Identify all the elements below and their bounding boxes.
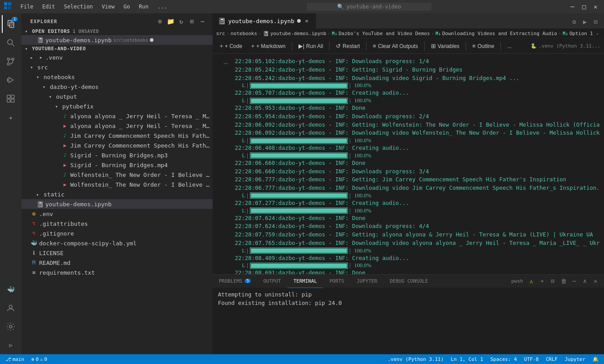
file-wolf-mp3[interactable]: ♪ Wolfenstein_ The New Order - I Believe… — [21, 170, 213, 180]
crumb-section1[interactable]: Dazbo's YouTube and Video Demos — [338, 31, 430, 36]
activity-settings[interactable] — [2, 318, 20, 336]
activity-remote[interactable]: ⊳ — [2, 336, 20, 354]
new-file-icon[interactable]: ⊕ — [156, 17, 165, 26]
status-kernel[interactable]: .venv (Python 3.11) — [386, 356, 446, 362]
file-alyona-mp4[interactable]: ▶ alyona alyona _ Jerry Heil - Teresa _ … — [21, 121, 213, 131]
tab-terminal[interactable]: TERMINAL — [287, 275, 323, 288]
file-requirements[interactable]: ≡ requirements.txt — [21, 268, 213, 277]
file-jim-mp3[interactable]: ♪ Jim Carrey Commencement Speech His Fat… — [21, 131, 213, 140]
menu-selection[interactable]: Selection — [60, 3, 97, 11]
file-alyona-mp3[interactable]: ♪ alyona alyona _ Jerry Heil - Teresa _ … — [21, 111, 213, 121]
new-folder-icon[interactable]: 📁 — [166, 17, 175, 26]
menu-file[interactable]: File — [17, 3, 37, 11]
menu-run[interactable]: Run — [135, 3, 152, 11]
sidebar-more-icon[interactable]: ⋯ — [198, 17, 207, 26]
restart-button[interactable]: ↺ Restart — [332, 41, 363, 51]
open-editor-notebook[interactable]: 📓 youtube-demos.ipynb src\notebooks — [21, 35, 213, 45]
folder-src[interactable]: src — [21, 62, 213, 72]
folder-static[interactable]: static — [21, 189, 213, 199]
folder-output[interactable]: output — [21, 92, 213, 101]
split-editor-icon[interactable]: ⊟ — [591, 17, 600, 27]
notebook-settings-icon[interactable]: ⚙ — [569, 17, 579, 27]
file-gitignore[interactable]: ⌥ .gitignore — [21, 228, 213, 238]
crumb-section2[interactable]: Downloading Videos and Extracting Audio — [442, 31, 557, 36]
crumb-notebooks[interactable]: notebooks — [231, 31, 258, 36]
file-license[interactable]: ℹ LICENSE — [21, 248, 213, 258]
folder-pytubefix[interactable]: pytubefix — [21, 101, 213, 111]
add-markdown-button[interactable]: + + Markdown — [248, 41, 289, 51]
project-section[interactable]: YOUTUBE-AND-VIDEO — [21, 45, 213, 52]
add-terminal-icon[interactable]: + — [537, 276, 547, 286]
run-all-button[interactable]: ▶| Run All — [295, 41, 326, 51]
svg-point-11 — [8, 58, 10, 60]
file-gitattributes[interactable]: ⌥ .gitattributes — [21, 219, 213, 228]
crumb-section3[interactable]: Option 1 - — [569, 31, 599, 36]
file-env[interactable]: ⚙ .env — [21, 209, 213, 219]
activity-search[interactable] — [2, 34, 20, 52]
minimize-button[interactable]: ─ — [568, 2, 577, 12]
variables-button[interactable]: ⊞ Variables — [427, 41, 463, 51]
file-docker-compose[interactable]: 🐳 docker-compose-scipy-lab.yml — [21, 238, 213, 248]
activity-extensions[interactable] — [2, 90, 20, 108]
collapse-icon[interactable]: ⊞ — [188, 17, 197, 26]
activity-ai[interactable]: ✦ — [2, 108, 20, 126]
svg-point-12 — [8, 63, 10, 65]
split-terminal-icon[interactable]: ⊟ — [548, 276, 558, 286]
activity-account[interactable] — [2, 299, 20, 317]
file-sigrid-mp3[interactable]: ♪ Sigrid - Burning Bridges.mp3 — [21, 150, 213, 160]
menu-go[interactable]: Go — [120, 3, 133, 11]
panel-more-icon[interactable]: ⋯ — [569, 276, 579, 286]
file-sigrid-mp4[interactable]: ▶ Sigrid - Burning Bridges.mp4 — [21, 160, 213, 170]
maximize-panel-icon[interactable]: ∧ — [580, 276, 590, 286]
toolbar-more-button[interactable]: ... — [503, 42, 515, 51]
folder-notebooks[interactable]: notebooks — [21, 72, 213, 82]
status-encoding[interactable]: UTF-8 — [522, 356, 540, 362]
cell-dots[interactable]: ⋯ — [223, 59, 228, 68]
add-code-button[interactable]: + + Code — [216, 41, 246, 51]
status-spaces[interactable]: Spaces: 4 — [488, 356, 519, 362]
menu-edit[interactable]: Edit — [39, 3, 59, 11]
folder-dazbo[interactable]: dazbo-yt-demos — [21, 82, 213, 92]
tab-notebook[interactable]: 📓 youtube-demos.ipynb ✕ — [213, 13, 316, 28]
close-button[interactable]: ✕ — [591, 2, 600, 12]
status-eol[interactable]: CRLF — [544, 356, 560, 362]
activity-explorer[interactable]: 1 — [2, 15, 20, 33]
clear-outputs-button[interactable]: ≡ Clear All Outputs — [369, 41, 422, 51]
status-language[interactable]: Jupyter — [563, 356, 587, 362]
kill-terminal-icon[interactable]: 🗑 — [559, 276, 568, 286]
file-wolf-mp4[interactable]: ▶ Wolfenstein_ The New Order - I Believe… — [21, 180, 213, 189]
status-cursor[interactable]: Ln 1, Col 1 — [449, 356, 485, 362]
run-notebook-icon[interactable]: ▶ — [580, 17, 590, 27]
open-editors-section[interactable]: OPEN EDITORS 1 unsaved — [21, 28, 213, 35]
status-errors[interactable]: ⊗ 0 ⚠ 0 — [30, 356, 49, 362]
activity-run[interactable] — [2, 71, 20, 89]
file-notebook-active[interactable]: 📓 youtube-demos.ipynb — [21, 199, 213, 209]
tab-problems[interactable]: PROBLEMS 5 — [213, 275, 257, 288]
log-line-22: 22:28:07.759:dazbo-yt-demos - INF: Getti… — [235, 231, 604, 239]
status-notifications[interactable]: 🔔 — [591, 356, 600, 362]
kernel-info[interactable]: 🐍 .venv (Python 3.11... — [531, 43, 600, 49]
close-panel-icon[interactable]: ✕ — [591, 276, 600, 286]
outline-button[interactable]: ≡ Outline — [469, 41, 498, 51]
file-readme[interactable]: M README.md — [21, 258, 213, 268]
crumb-src[interactable]: src — [216, 31, 225, 36]
crumb-notebook[interactable]: youtube-demos.ipynb — [270, 31, 326, 36]
title-bar-search[interactable]: 🔍 youtube-and-video — [307, 3, 431, 11]
maximize-button[interactable]: □ — [579, 2, 589, 12]
toolbar-sep-3 — [366, 42, 366, 51]
tab-ports[interactable]: PORTS — [323, 275, 350, 288]
tab-close-button[interactable]: ✕ — [303, 17, 310, 24]
tab-debug-console[interactable]: DEBUG CONSOLE — [383, 275, 434, 288]
menu-view[interactable]: View — [98, 3, 118, 11]
progress-bar-fill — [251, 193, 347, 198]
cell-output-area[interactable]: ⋯22:28:05.102:dazbo-yt-demos - INF: Down… — [213, 54, 604, 274]
tab-output[interactable]: OUTPUT — [257, 275, 287, 288]
activity-source-control[interactable] — [2, 52, 20, 70]
refresh-icon[interactable]: ↻ — [177, 17, 186, 26]
activity-docker[interactable]: 🐳 — [2, 280, 20, 298]
status-branch[interactable]: ⎇ main — [4, 356, 26, 362]
file-jim-mp4[interactable]: ▶ Jim Carrey Commencement Speech His Fat… — [21, 140, 213, 150]
tab-jupyter[interactable]: JUPYTER — [350, 275, 383, 288]
folder-venv[interactable]: ▸ .venv — [21, 52, 213, 62]
menu-more[interactable]: ... — [154, 3, 171, 11]
